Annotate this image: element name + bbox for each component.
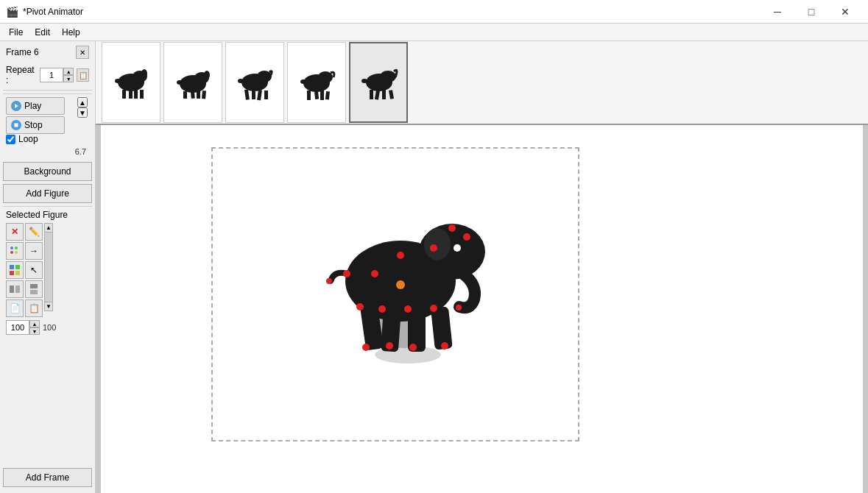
svg-rect-39 bbox=[307, 91, 311, 100]
repeat-decrement-button[interactable]: ▼ bbox=[63, 75, 74, 82]
loop-label: Loop bbox=[18, 134, 38, 144]
svg-rect-1 bbox=[15, 124, 18, 127]
tool-arrow-button[interactable]: → bbox=[25, 242, 43, 260]
menu-file[interactable]: File bbox=[3, 24, 29, 40]
svg-rect-34 bbox=[257, 90, 262, 101]
svg-rect-46 bbox=[370, 90, 373, 99]
size-increment-button[interactable]: ▲ bbox=[29, 320, 40, 327]
size-spinner-buttons: ▲ ▼ bbox=[29, 320, 40, 335]
svg-point-68 bbox=[356, 303, 364, 311]
scroll-up-arrow[interactable]: ▲ bbox=[77, 97, 88, 107]
size-spinner: ▲ ▼ bbox=[6, 320, 40, 335]
drawing-canvas[interactable] bbox=[211, 147, 579, 441]
svg-rect-42 bbox=[325, 91, 330, 99]
title-bar: 🎬 *Pivot Animator ─ □ ✕ bbox=[0, 0, 868, 24]
svg-rect-28 bbox=[202, 91, 206, 99]
fps-row: 6.7 bbox=[6, 147, 89, 156]
tool-scatter-button[interactable] bbox=[6, 242, 24, 260]
svg-point-50 bbox=[361, 79, 367, 83]
minimize-button[interactable]: ─ bbox=[761, 0, 794, 24]
svg-rect-19 bbox=[134, 90, 138, 99]
tool-copy-button[interactable]: 📄 bbox=[6, 299, 24, 317]
stop-label: Stop bbox=[24, 120, 43, 130]
frame-strip bbox=[96, 41, 868, 125]
tool-flip-h-button[interactable] bbox=[6, 280, 24, 298]
size-input[interactable] bbox=[6, 320, 29, 335]
tool-row-2: → bbox=[6, 242, 43, 260]
repeat-row: Repeat : 1 ▲ ▼ 📋 bbox=[3, 63, 92, 87]
close-button[interactable]: ✕ bbox=[828, 0, 862, 24]
svg-point-76 bbox=[396, 280, 405, 289]
right-area: ▲ ▼ ◄ ► bbox=[96, 41, 868, 493]
scroll-down-arrow[interactable]: ▼ bbox=[77, 107, 88, 118]
stop-button[interactable]: Stop bbox=[6, 116, 65, 134]
frame-thumb-5[interactable] bbox=[349, 42, 408, 123]
svg-rect-41 bbox=[320, 91, 324, 100]
selected-figure-section: Selected Figure ✕ ✏️ bbox=[3, 206, 92, 468]
tool-flip-v-button[interactable] bbox=[25, 280, 43, 298]
svg-point-67 bbox=[343, 270, 350, 277]
repeat-input[interactable]: 1 bbox=[40, 68, 63, 82]
play-button[interactable]: Play bbox=[6, 97, 65, 115]
svg-rect-26 bbox=[191, 92, 195, 99]
menu-bar: File Edit Help bbox=[0, 24, 868, 41]
loop-checkbox[interactable] bbox=[6, 135, 15, 144]
svg-point-5 bbox=[15, 251, 18, 254]
add-frame-button[interactable]: Add Frame bbox=[3, 468, 92, 487]
repeat-label: Repeat : bbox=[6, 65, 37, 85]
size-max-label: 100 bbox=[43, 323, 56, 332]
elephant-figure[interactable] bbox=[286, 178, 493, 369]
svg-point-29 bbox=[177, 80, 183, 85]
svg-point-65 bbox=[397, 252, 404, 259]
tools-scroll-thumb bbox=[45, 233, 52, 302]
frame-thumb-1[interactable] bbox=[102, 42, 160, 123]
play-label: Play bbox=[24, 101, 41, 111]
edit-figure-button[interactable]: ✏️ bbox=[25, 223, 43, 241]
menu-edit[interactable]: Edit bbox=[29, 24, 56, 40]
canvas-viewport bbox=[101, 125, 863, 493]
svg-rect-7 bbox=[15, 265, 20, 269]
title-bar-controls: ─ □ ✕ bbox=[761, 0, 862, 24]
canvas-area: ▲ ▼ ◄ ► bbox=[96, 125, 868, 493]
tool-row-delete-edit: ✕ ✏️ bbox=[6, 223, 43, 241]
repeat-increment-button[interactable]: ▲ bbox=[63, 68, 74, 75]
frame-thumb-3[interactable] bbox=[225, 42, 284, 123]
scroll-arrows-container: ▲ ▼ bbox=[77, 97, 88, 118]
frame-thumb-4[interactable] bbox=[287, 42, 346, 123]
paste-button[interactable]: 📋 bbox=[77, 68, 89, 82]
figure-tools-scrollbar[interactable]: ▲ ▼ bbox=[44, 223, 53, 311]
svg-rect-8 bbox=[10, 271, 14, 275]
tool-select-button[interactable]: ↖ bbox=[25, 261, 43, 279]
svg-point-4 bbox=[10, 251, 13, 254]
svg-point-3 bbox=[15, 246, 18, 249]
svg-rect-60 bbox=[431, 306, 453, 350]
window-title: *Pivot Animator bbox=[23, 7, 83, 17]
background-button[interactable]: Background bbox=[3, 162, 92, 181]
frame-thumb-2[interactable] bbox=[163, 42, 222, 123]
maximize-button[interactable]: □ bbox=[794, 0, 828, 24]
delete-figure-button[interactable]: ✕ bbox=[6, 223, 24, 241]
frame-label: Frame 6 bbox=[6, 47, 39, 57]
playback-section: Play ▲ ▼ Stop Loop 6.7 bbox=[3, 93, 92, 162]
tool-grid-button[interactable] bbox=[6, 261, 24, 279]
main-layout: Frame 6 ✕ Repeat : 1 ▲ ▼ 📋 bbox=[0, 41, 868, 493]
menu-help[interactable]: Help bbox=[56, 24, 86, 40]
svg-rect-48 bbox=[382, 90, 386, 99]
svg-point-2 bbox=[10, 246, 13, 249]
svg-point-38 bbox=[318, 71, 333, 83]
tools-scroll-up[interactable]: ▲ bbox=[45, 224, 52, 233]
tools-scroll-down[interactable]: ▼ bbox=[45, 302, 52, 311]
add-figure-button[interactable]: Add Figure bbox=[3, 184, 92, 203]
svg-rect-25 bbox=[183, 91, 187, 99]
svg-rect-35 bbox=[264, 91, 268, 99]
svg-point-69 bbox=[378, 305, 386, 313]
svg-point-64 bbox=[430, 244, 437, 252]
svg-rect-10 bbox=[10, 285, 14, 293]
frame-delete-button[interactable]: ✕ bbox=[76, 46, 89, 59]
size-decrement-button[interactable]: ▼ bbox=[29, 327, 40, 335]
svg-rect-49 bbox=[389, 90, 394, 99]
repeat-spinner: 1 ▲ ▼ bbox=[40, 68, 74, 82]
stop-icon bbox=[11, 120, 21, 130]
tool-paste-button[interactable]: 📋 bbox=[25, 299, 43, 317]
loop-row: Loop bbox=[6, 134, 89, 144]
